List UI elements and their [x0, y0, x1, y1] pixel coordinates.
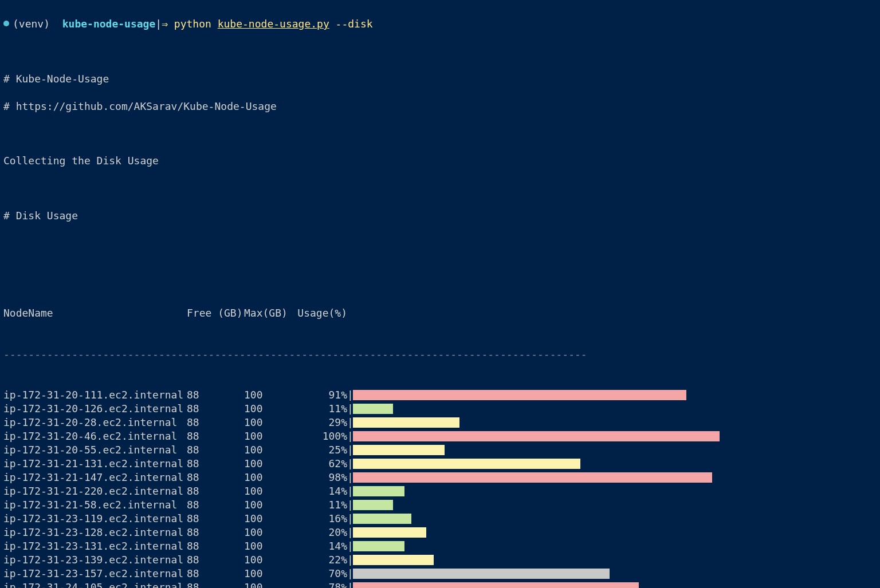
cell-nodename: ip-172-31-23-157.ec2.internal: [3, 567, 187, 581]
pipe-sep: |: [347, 429, 353, 443]
cell-max: 100: [244, 553, 290, 567]
usage-bar: [353, 514, 731, 524]
pipe-sep: |: [347, 512, 353, 526]
table-row: ip-172-31-20-55.ec2.internal 8810025%|: [3, 443, 878, 457]
table-row: ip-172-31-23-131.ec2.internal 8810014%|: [3, 539, 878, 553]
pipe-sep: |: [347, 553, 353, 567]
usage-bar: [353, 417, 731, 428]
table-row: ip-172-31-23-157.ec2.internal 8810070%|: [3, 567, 878, 581]
cell-free: 88: [187, 388, 244, 402]
cell-usage: 70%: [290, 567, 347, 581]
cell-free: 88: [187, 471, 244, 484]
cell-nodename: ip-172-31-23-119.ec2.internal: [3, 512, 187, 526]
usage-bar-fill: [353, 472, 712, 483]
table-row: ip-172-31-21-131.ec2.internal 8810062%|: [3, 457, 878, 471]
cell-max: 100: [244, 567, 290, 581]
cell-free: 88: [187, 567, 244, 581]
hdr-nodename: NodeName: [3, 306, 187, 320]
cell-nodename: ip-172-31-21-131.ec2.internal: [3, 457, 187, 471]
cell-free: 88: [187, 539, 244, 553]
pipe-sep: |: [347, 402, 353, 416]
usage-bar: [353, 431, 731, 441]
cell-nodename: ip-172-31-20-28.ec2.internal: [3, 416, 187, 429]
cell-usage: 78%: [290, 581, 347, 588]
pipe-sep: |: [347, 498, 353, 512]
cell-max: 100: [244, 388, 290, 402]
cell-max: 100: [244, 512, 290, 526]
cell-usage: 98%: [290, 471, 347, 484]
cell-max: 100: [244, 581, 290, 588]
venv-label: (venv): [13, 18, 50, 30]
table-row: ip-172-31-23-139.ec2.internal 8810022%|: [3, 553, 878, 567]
pipe-sep: |: [347, 457, 353, 471]
cell-max: 100: [244, 471, 290, 484]
prompt-dot-icon: [3, 21, 9, 26]
sep-char: |: [155, 18, 162, 30]
pipe-sep: |: [347, 471, 353, 484]
cell-nodename: ip-172-31-21-58.ec2.internal: [3, 498, 187, 512]
table-row: ip-172-31-20-111.ec2.internal 8810091%|: [3, 388, 878, 402]
cell-nodename: ip-172-31-20-126.ec2.internal: [3, 402, 187, 416]
terminal-output: (venv) kube-node-usage|⇒ python kube-nod…: [0, 0, 880, 588]
cell-max: 100: [244, 526, 290, 539]
usage-bar: [353, 555, 731, 565]
cell-usage: 14%: [290, 484, 347, 498]
cell-free: 88: [187, 581, 244, 588]
pipe-sep: |: [347, 539, 353, 553]
cell-max: 100: [244, 498, 290, 512]
cell-nodename: ip-172-31-20-55.ec2.internal: [3, 443, 187, 457]
table-row: ip-172-31-21-220.ec2.internal 8810014%|: [3, 484, 878, 498]
arrow-icon: ⇒: [162, 18, 168, 30]
table-header-row: NodeName Free (GB) Max(GB) Usage(%): [3, 306, 878, 320]
cell-free: 88: [187, 553, 244, 567]
cell-usage: 29%: [290, 416, 347, 429]
usage-bar: [353, 404, 731, 414]
hdr-max: Max(GB): [244, 306, 290, 320]
cell-free: 88: [187, 429, 244, 443]
cell-usage: 62%: [290, 457, 347, 471]
status-line: Collecting the Disk Usage: [3, 154, 878, 168]
cell-max: 100: [244, 443, 290, 457]
cell-free: 88: [187, 443, 244, 457]
usage-bar-fill: [353, 459, 580, 469]
usage-bar-fill: [353, 582, 639, 588]
pipe-sep: |: [347, 484, 353, 498]
cell-nodename: ip-172-31-20-111.ec2.internal: [3, 388, 187, 402]
usage-bar-fill: [353, 569, 610, 579]
pipe-sep: |: [347, 416, 353, 429]
cell-free: 88: [187, 512, 244, 526]
usage-bar-fill: [353, 445, 445, 455]
table-row: ip-172-31-21-147.ec2.internal 8810098%|: [3, 471, 878, 484]
usage-bar-fill: [353, 486, 404, 496]
table-row: ip-172-31-21-58.ec2.internal 8810011%|: [3, 498, 878, 512]
pipe-sep: |: [347, 526, 353, 539]
hdr-free: Free (GB): [187, 306, 244, 320]
usage-bar: [353, 459, 731, 469]
cell-max: 100: [244, 484, 290, 498]
cell-max: 100: [244, 429, 290, 443]
usage-bar: [353, 500, 731, 510]
cell-max: 100: [244, 457, 290, 471]
usage-table: NodeName Free (GB) Max(GB) Usage(%) ----…: [3, 279, 878, 588]
pipe-sep: |: [347, 581, 353, 588]
cell-usage: 20%: [290, 526, 347, 539]
usage-bar-fill: [353, 555, 434, 565]
section-title: # Disk Usage: [3, 209, 878, 223]
usage-bar-fill: [353, 404, 393, 414]
cmd-word: python: [174, 18, 211, 30]
usage-bar-fill: [353, 417, 459, 428]
usage-bar-fill: [353, 431, 720, 441]
cell-max: 100: [244, 539, 290, 553]
cell-nodename: ip-172-31-21-220.ec2.internal: [3, 484, 187, 498]
usage-bar: [353, 569, 731, 579]
cwd-label: kube-node-usage: [62, 18, 156, 30]
cell-max: 100: [244, 416, 290, 429]
prompt-line[interactable]: (venv) kube-node-usage|⇒ python kube-nod…: [3, 17, 878, 31]
usage-bar-fill: [353, 390, 686, 400]
usage-bar: [353, 486, 731, 496]
cell-usage: 22%: [290, 553, 347, 567]
pipe-sep: |: [347, 388, 353, 402]
cell-nodename: ip-172-31-21-147.ec2.internal: [3, 471, 187, 484]
cell-free: 88: [187, 402, 244, 416]
sep-dashes: ----------------------------------------…: [3, 348, 587, 361]
